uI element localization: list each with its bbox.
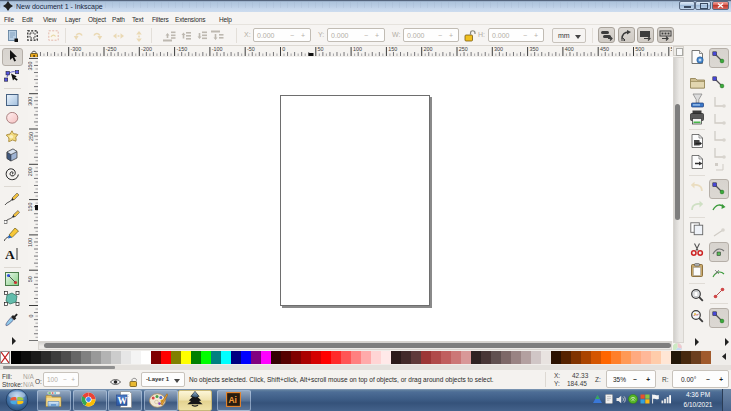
svg-text:250: 250 xyxy=(459,46,468,52)
svg-text:-250: -250 xyxy=(106,46,117,52)
svg-text:200: 200 xyxy=(424,46,433,52)
svg-text:50: 50 xyxy=(28,276,34,282)
svg-text:300: 300 xyxy=(494,46,503,52)
svg-text:W: W xyxy=(118,396,128,406)
svg-text:0: 0 xyxy=(282,46,285,52)
svg-text:300: 300 xyxy=(28,97,34,106)
svg-text:-300: -300 xyxy=(71,46,82,52)
svg-text:350: 350 xyxy=(529,46,538,52)
svg-text:-200: -200 xyxy=(141,46,152,52)
svg-text:200: 200 xyxy=(28,167,34,176)
svg-text:50: 50 xyxy=(318,46,324,52)
svg-text:100: 100 xyxy=(28,238,34,247)
svg-text:500: 500 xyxy=(635,46,644,52)
svg-text:-100: -100 xyxy=(212,46,223,52)
svg-text:250: 250 xyxy=(28,132,34,141)
svg-text:400: 400 xyxy=(565,46,574,52)
svg-text:Ai: Ai xyxy=(228,395,237,405)
svg-text:A: A xyxy=(5,247,15,261)
svg-text:0: 0 xyxy=(28,315,34,318)
svg-text:-150: -150 xyxy=(176,46,187,52)
svg-text:550: 550 xyxy=(671,46,672,52)
svg-text:100: 100 xyxy=(353,46,362,52)
svg-text:350: 350 xyxy=(28,61,34,70)
svg-text:-50: -50 xyxy=(247,46,255,52)
svg-text:150: 150 xyxy=(28,203,34,212)
svg-text:150: 150 xyxy=(388,46,397,52)
svg-text:450: 450 xyxy=(600,46,609,52)
